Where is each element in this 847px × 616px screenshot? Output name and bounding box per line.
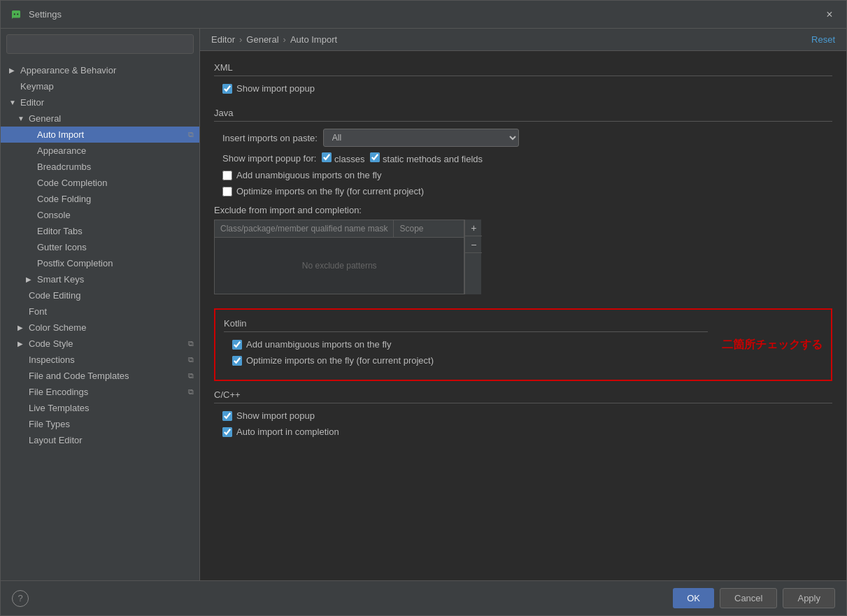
sidebar-item-code-style[interactable]: ▶ Code Style ⧉ <box>1 336 199 352</box>
add-pattern-button[interactable]: + <box>465 220 482 236</box>
cpp-auto-import-checkbox[interactable] <box>222 427 232 437</box>
close-button[interactable]: × <box>821 6 838 23</box>
sidebar-item-label: Color Scheme <box>29 322 86 333</box>
sidebar-item-inspections[interactable]: Inspections ⧉ <box>1 352 199 368</box>
sidebar-item-label: Auto Import <box>37 129 84 140</box>
sidebar-item-layout-editor[interactable]: Layout Editor <box>1 432 199 448</box>
xml-show-popup-label[interactable]: Show import popup <box>222 83 315 94</box>
static-methods-checkbox[interactable] <box>370 152 380 162</box>
sidebar-item-keymap[interactable]: Keymap <box>1 78 199 94</box>
apply-button[interactable]: Apply <box>783 588 835 608</box>
main-panel: Editor › General › Auto Import Reset XML <box>200 29 846 580</box>
classes-label[interactable]: classes <box>322 152 364 164</box>
arrow-icon: ▶ <box>17 340 27 348</box>
search-box: 🔍 <box>1 29 199 59</box>
sidebar-item-console[interactable]: Console <box>1 207 199 223</box>
sidebar-item-label: Console <box>37 210 71 220</box>
static-methods-text: static methods and fields <box>383 154 483 164</box>
copy-icon: ⧉ <box>188 130 194 139</box>
optimize-imports-row: Optimize imports on the fly (for current… <box>222 186 832 196</box>
reset-button[interactable]: Reset <box>811 34 835 45</box>
sidebar-item-color-scheme[interactable]: ▶ Color Scheme <box>1 320 199 336</box>
help-button[interactable]: ? <box>12 590 29 607</box>
remove-pattern-button[interactable]: − <box>465 236 482 253</box>
breadcrumb-editor: Editor <box>211 34 235 45</box>
sidebar-item-breadcrumbs[interactable]: Breadcrumbs <box>1 159 199 175</box>
java-section-title: Java <box>214 108 832 122</box>
empty-text: No exclude patterns <box>302 261 377 271</box>
sidebar-item-appearance-behavior[interactable]: ▶ Appearance & Behavior <box>1 62 199 78</box>
sidebar-item-code-folding[interactable]: Code Folding <box>1 191 199 207</box>
kotlin-add-unambiguous-label[interactable]: Add unambiguous imports on the fly <box>232 339 391 350</box>
sidebar-item-file-code-templates[interactable]: File and Code Templates ⧉ <box>1 368 199 384</box>
sidebar-item-font[interactable]: Font <box>1 303 199 320</box>
insert-imports-select[interactable]: All Ask None <box>323 129 519 147</box>
sidebar-item-general[interactable]: ▼ General <box>1 110 199 127</box>
sidebar-item-label: Keymap <box>20 81 54 92</box>
sidebar-item-label: File Encodings <box>29 387 88 397</box>
sidebar-item-file-encodings[interactable]: File Encodings ⧉ <box>1 384 199 400</box>
insert-imports-label: Insert imports on paste: <box>222 133 318 143</box>
sidebar-item-smart-keys[interactable]: ▶ Smart Keys <box>1 271 199 287</box>
insert-imports-row: Insert imports on paste: All Ask None <box>222 129 832 147</box>
svg-point-1 <box>17 13 18 15</box>
kotlin-add-unambiguous-row: Add unambiguous imports on the fly <box>232 339 708 350</box>
ok-button[interactable]: OK <box>673 588 714 608</box>
exclude-toolbar: + − <box>464 220 481 294</box>
sidebar-item-label: Appearance & Behavior <box>20 65 116 76</box>
sidebar-item-label: Gutter Icons <box>37 242 87 252</box>
kotlin-optimize-imports-label[interactable]: Optimize imports on the fly (for current… <box>232 355 434 366</box>
window-title: Settings <box>29 9 821 20</box>
kotlin-optimize-imports-checkbox[interactable] <box>232 356 242 366</box>
sidebar-tree: ▶ Appearance & Behavior Keymap ▼ Editor … <box>1 59 199 580</box>
cpp-show-popup-text: Show import popup <box>236 410 315 421</box>
arrow-icon: ▼ <box>9 99 19 106</box>
arrow-icon: ▶ <box>9 66 19 74</box>
optimize-imports-label[interactable]: Optimize imports on the fly (for current… <box>222 186 424 196</box>
sidebar-item-label: General <box>29 113 61 124</box>
sidebar-item-editor-tabs[interactable]: Editor Tabs <box>1 223 199 239</box>
sidebar-item-label: File and Code Templates <box>29 371 129 381</box>
cpp-show-popup-row: Show import popup <box>222 410 832 421</box>
bottom-bar: ? OK Cancel Apply <box>1 580 846 615</box>
copy-icon: ⧉ <box>188 339 194 348</box>
add-unambiguous-label[interactable]: Add unambiguous imports on the fly <box>222 170 381 180</box>
kotlin-add-unambiguous-checkbox[interactable] <box>232 340 242 350</box>
sidebar-item-code-editing[interactable]: Code Editing <box>1 287 199 303</box>
xml-show-popup-checkbox[interactable] <box>222 84 232 94</box>
cancel-button[interactable]: Cancel <box>720 588 777 608</box>
breadcrumb-sep-2: › <box>283 34 286 45</box>
sidebar-item-label: File Types <box>29 419 70 429</box>
kotlin-add-unambiguous-text: Add unambiguous imports on the fly <box>246 339 391 350</box>
sidebar-item-label: Smart Keys <box>37 274 84 285</box>
java-optimize-imports-checkbox[interactable] <box>222 187 232 196</box>
java-add-unambiguous-checkbox[interactable] <box>222 171 232 180</box>
col-name: Class/package/member qualified name mask <box>215 220 394 237</box>
search-input[interactable] <box>6 34 194 54</box>
annotation-label: 二箇所チェックする <box>722 338 823 352</box>
cpp-show-popup-checkbox[interactable] <box>222 411 232 421</box>
arrow-icon: ▶ <box>26 275 36 283</box>
sidebar-item-auto-import[interactable]: Auto Import ⧉ <box>1 127 199 143</box>
classes-checkbox[interactable] <box>322 152 332 162</box>
settings-window: Settings × 🔍 ▶ Appearance & Behavior <box>0 0 847 616</box>
copy-icon: ⧉ <box>188 371 194 380</box>
sidebar-item-live-templates[interactable]: Live Templates <box>1 400 199 416</box>
breadcrumb-auto-import: Auto Import <box>290 34 337 45</box>
cpp-auto-import-label[interactable]: Auto import in completion <box>222 427 339 437</box>
sidebar: 🔍 ▶ Appearance & Behavior Keymap ▼ <box>1 29 200 580</box>
svg-point-0 <box>14 13 15 15</box>
sidebar-item-code-completion[interactable]: Code Completion <box>1 175 199 191</box>
cpp-show-popup-label[interactable]: Show import popup <box>222 410 315 421</box>
cpp-auto-import-text: Auto import in completion <box>236 427 339 437</box>
sidebar-item-gutter-icons[interactable]: Gutter Icons <box>1 239 199 255</box>
exclude-table-body: No exclude patterns <box>215 238 464 294</box>
show-popup-for-label: Show import popup for: <box>222 153 316 164</box>
copy-icon: ⧉ <box>188 355 194 364</box>
static-methods-label[interactable]: static methods and fields <box>370 152 483 164</box>
xml-show-popup-row: Show import popup <box>222 83 832 94</box>
sidebar-item-editor[interactable]: ▼ Editor <box>1 94 199 110</box>
sidebar-item-postfix-completion[interactable]: Postfix Completion <box>1 255 199 271</box>
sidebar-item-appearance[interactable]: Appearance <box>1 143 199 159</box>
sidebar-item-file-types[interactable]: File Types <box>1 416 199 432</box>
